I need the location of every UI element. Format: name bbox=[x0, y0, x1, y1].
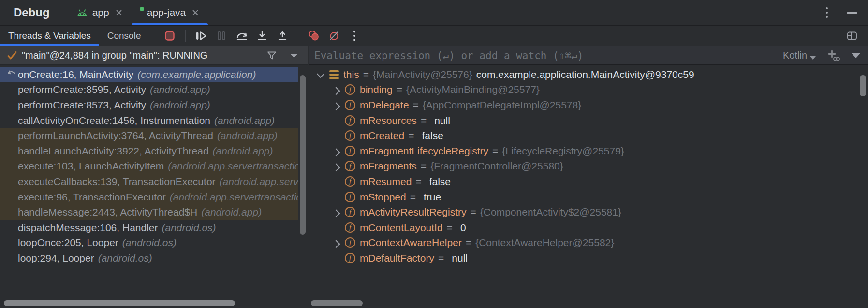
frame-package: (android.os) bbox=[98, 252, 152, 264]
stack-frame-row[interactable]: performCreate:8595, Activity (android.ap… bbox=[0, 82, 298, 98]
view-tab-console[interactable]: Console bbox=[99, 26, 149, 46]
stack-frames-list: onCreate:16, MainActivity (com.example.a… bbox=[0, 65, 308, 266]
session-tab-label: app-java bbox=[147, 7, 186, 18]
stack-frame-row[interactable]: dispatchMessage:106, Handler (android.os… bbox=[0, 220, 298, 235]
stack-frame-row[interactable]: onCreate:16, MainActivity (com.example.a… bbox=[0, 67, 298, 82]
equals-sign: = bbox=[408, 130, 414, 141]
session-tab-app-java[interactable]: app-java bbox=[132, 0, 208, 25]
minimize-icon[interactable] bbox=[847, 12, 857, 14]
chevron-icon[interactable] bbox=[330, 145, 342, 157]
view-breakpoints-icon[interactable] bbox=[306, 28, 322, 44]
variable-value: 0 bbox=[460, 222, 466, 233]
variables-tree: this = {MainActivity@25576} com.example.… bbox=[309, 65, 868, 266]
frame-package: (android.app) bbox=[214, 115, 275, 126]
session-tabs: app app-java bbox=[68, 0, 208, 25]
resume-program-button[interactable] bbox=[193, 28, 209, 44]
frame-location: loopOnce:205, Looper bbox=[18, 237, 118, 248]
pause-program-button[interactable] bbox=[213, 28, 230, 44]
variable-row[interactable]: f mFragments = {FragmentController@25580… bbox=[309, 159, 868, 174]
chevron-icon[interactable] bbox=[330, 83, 342, 96]
variable-row[interactable]: f mResources = null bbox=[309, 113, 868, 128]
vertical-scrollbar[interactable] bbox=[860, 75, 866, 96]
chevron-icon[interactable] bbox=[330, 99, 342, 111]
equals-sign: = bbox=[397, 84, 402, 95]
mute-breakpoints-icon[interactable] bbox=[326, 28, 342, 44]
variable-row[interactable]: f mDefaultFactory = null bbox=[309, 250, 868, 266]
frame-package: (android.app) bbox=[213, 145, 273, 157]
stack-frame-row[interactable]: loop:294, Looper (android.os) bbox=[0, 250, 298, 266]
add-watch-icon[interactable] bbox=[825, 47, 842, 64]
chevron-icon bbox=[330, 252, 342, 264]
variable-row[interactable]: f mResumed = false bbox=[309, 174, 868, 189]
step-out-button[interactable] bbox=[274, 28, 291, 44]
variable-row[interactable]: f mContentLayoutId = 0 bbox=[309, 220, 868, 235]
stop-button[interactable] bbox=[162, 28, 178, 44]
more-options-icon[interactable] bbox=[819, 4, 835, 21]
variable-row[interactable]: f mStopped = true bbox=[309, 189, 868, 205]
stack-frame-row[interactable]: performCreate:8573, Activity (android.ap… bbox=[0, 97, 298, 113]
thread-dropdown-caret-icon[interactable] bbox=[290, 54, 298, 58]
frame-location: performCreate:8573, Activity bbox=[18, 99, 146, 111]
evaluate-expression-input[interactable]: Evaluate expression (↵) or add a watch (… bbox=[314, 50, 583, 62]
frame-location: performLaunchActivity:3764, ActivityThre… bbox=[18, 130, 213, 141]
stack-frame-row[interactable]: loopOnce:205, Looper (android.os) bbox=[0, 235, 298, 251]
frame-location: callActivityOnCreate:1456, Instrumentati… bbox=[18, 115, 210, 126]
stack-frame-row[interactable]: execute:96, TransactionExecutor (android… bbox=[0, 189, 298, 205]
language-caret-icon bbox=[810, 56, 816, 60]
frame-location: onCreate:16, MainActivity bbox=[18, 69, 133, 80]
thread-selector[interactable]: "main"@24,884 in group "main": RUNNING bbox=[0, 46, 308, 65]
close-icon[interactable] bbox=[115, 8, 123, 17]
more-debug-actions-icon[interactable] bbox=[346, 28, 363, 44]
language-chooser[interactable]: Kotlin bbox=[783, 50, 816, 61]
stack-frame-row[interactable]: handleMessage:2443, ActivityThread$H (an… bbox=[0, 204, 298, 220]
debugger-toolbar: Threads & Variables Console bbox=[0, 26, 868, 46]
stack-frame-row[interactable]: handleLaunchActivity:3922, ActivityThrea… bbox=[0, 143, 298, 159]
threads-panel: "main"@24,884 in group "main": RUNNING o… bbox=[0, 46, 308, 308]
equals-sign: = bbox=[363, 69, 369, 80]
frame-package: (com.example.application) bbox=[137, 69, 256, 80]
horizontal-scrollbar[interactable] bbox=[4, 300, 235, 306]
view-tab-label: Threads & Variables bbox=[8, 31, 91, 41]
stack-frame-row[interactable]: executeCallbacks:139, TransactionExecuto… bbox=[0, 174, 298, 189]
equals-sign: = bbox=[410, 191, 416, 203]
layout-settings-icon[interactable] bbox=[844, 28, 860, 44]
variable-row[interactable]: f mCreated = false bbox=[309, 128, 868, 143]
vertical-scrollbar[interactable] bbox=[300, 75, 306, 235]
field-icon: f bbox=[345, 207, 355, 217]
variable-row[interactable]: f mContextAwareHelper = {ContextAwareHel… bbox=[309, 235, 868, 251]
variable-row[interactable]: f binding = {ActivityMainBinding@25577} bbox=[309, 82, 868, 98]
execution-point-icon bbox=[5, 69, 18, 80]
collapse-watches-icon[interactable] bbox=[852, 53, 860, 58]
close-icon[interactable] bbox=[191, 8, 200, 17]
variable-reference: {LifecycleRegistry@25579} bbox=[502, 145, 624, 157]
field-icon: f bbox=[345, 192, 355, 202]
equals-sign: = bbox=[421, 160, 427, 172]
variable-row[interactable]: f mFragmentLifecycleRegistry = {Lifecycl… bbox=[309, 143, 868, 159]
step-into-button[interactable] bbox=[254, 28, 270, 44]
horizontal-scrollbar[interactable] bbox=[311, 300, 363, 306]
stack-frame-row[interactable]: performLaunchActivity:3764, ActivityThre… bbox=[0, 128, 298, 143]
equals-sign: = bbox=[471, 206, 476, 218]
variable-row[interactable]: this = {MainActivity@25576} com.example.… bbox=[309, 67, 868, 82]
variable-name: mActivityResultRegistry bbox=[360, 206, 467, 218]
chevron-icon[interactable] bbox=[314, 68, 327, 81]
stack-frame-row[interactable]: callActivityOnCreate:1456, Instrumentati… bbox=[0, 113, 298, 128]
chevron-icon[interactable] bbox=[330, 236, 342, 249]
equals-sign: = bbox=[492, 145, 498, 157]
variable-row[interactable]: f mDelegate = {AppCompatDelegateImpl@255… bbox=[309, 97, 868, 113]
frame-package: (android.app.servertransaction) bbox=[220, 176, 298, 187]
field-icon: f bbox=[345, 100, 355, 110]
chevron-icon[interactable] bbox=[330, 160, 342, 172]
stack-frame-row[interactable]: execute:103, LaunchActivityItem (android… bbox=[0, 159, 298, 174]
chevron-icon bbox=[330, 221, 342, 234]
frame-package: (android.app) bbox=[201, 206, 262, 218]
variable-row[interactable]: f mActivityResultRegistry = {ComponentAc… bbox=[309, 204, 868, 220]
view-tab-label: Console bbox=[107, 31, 141, 41]
view-tab-threads-variables[interactable]: Threads & Variables bbox=[0, 26, 99, 46]
chevron-icon[interactable] bbox=[330, 206, 342, 218]
step-over-button[interactable] bbox=[234, 28, 250, 44]
equals-sign: = bbox=[421, 115, 427, 126]
filter-frames-icon[interactable] bbox=[266, 50, 278, 62]
session-tab-label: app bbox=[92, 7, 109, 18]
session-tab-app[interactable]: app bbox=[68, 0, 132, 25]
